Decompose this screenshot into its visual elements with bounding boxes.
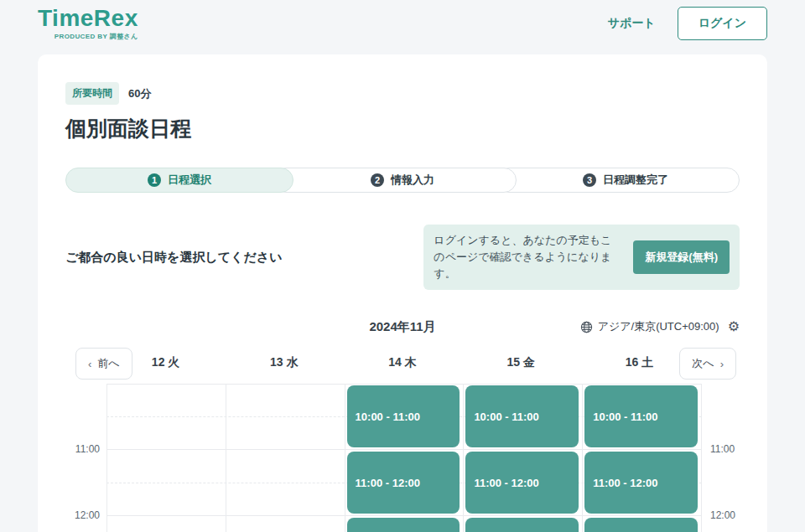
duration-badge: 所要時間 [65,82,119,105]
chevron-left-icon: ‹ [88,359,91,369]
time-slot-sat-1200[interactable]: 12:00 - 13:00 [584,518,698,532]
step-1-label: 日程選択 [168,173,211,188]
slot-label: 10:00 - 11:00 [474,411,570,423]
login-notice-box: ログインすると、あなたの予定もこのページで確認できるようになります。 新規登録(… [423,225,740,290]
step-bar: 1 日程選択 2 情報入力 3 日程調整完了 [65,168,740,193]
signup-button[interactable]: 新規登録(無料) [633,240,730,274]
login-button[interactable]: ログイン [678,7,767,40]
time-slot-sat-1000[interactable]: 10:00 - 11:00 [584,385,698,447]
login-notice-text: ログインすると、あなたの予定もこのページで確認できるようになります。 [434,232,621,282]
next-week-button[interactable]: 次へ › [679,348,736,380]
time-slot-sat-1100[interactable]: 11:00 - 12:00 [584,452,698,514]
main-card: 所要時間 60分 個別面談日程 1 日程選択 2 情報入力 3 日程調整完了 ご… [38,54,767,532]
calendar-header: 2024年11月 アジア/東京(UTC+09:00) ⚙ [65,312,740,343]
step-3-label: 日程調整完了 [603,173,668,188]
day-column-thu: 10:00 - 11:00 11:00 - 12:00 12:00 - 13:0… [345,384,465,532]
day-header-thu: 14 木 [343,355,461,370]
app-header: TimeRex PRODUCED BY 調整さん サポート ログイン [0,0,805,47]
timezone-area: アジア/東京(UTC+09:00) ⚙ [580,319,740,334]
day-column-wed [226,384,345,532]
next-label: 次へ [692,356,714,371]
selection-instruction: ご都合の良い日時を選択してください [65,250,283,266]
step-schedule-select[interactable]: 1 日程選択 [65,168,293,193]
timezone-label: アジア/東京(UTC+09:00) [598,319,719,334]
step-2-label: 情報入力 [391,173,434,188]
step-2-number-icon: 2 [371,173,384,187]
timerex-logo[interactable]: TimeRex PRODUCED BY 調整さん [38,7,138,41]
grid-columns: 10:00 - 11:00 11:00 - 12:00 12:00 - 13:0… [106,384,702,532]
step-complete[interactable]: 3 日程調整完了 [496,168,740,193]
time-slot-fri-1200[interactable]: 12:00 - 13:00 [465,518,579,532]
time-axis-label: 12:00 [702,509,740,521]
slot-label: 10:00 - 11:00 [593,411,689,423]
day-column-fri: 10:00 - 11:00 11:00 - 12:00 12:00 - 13:0… [464,384,583,532]
time-axis-label: 11:00 [65,443,100,455]
calendar: 2024年11月 アジア/東京(UTC+09:00) ⚙ 12 火 [65,312,740,532]
step-info-input[interactable]: 2 情報入力 [273,168,517,193]
day-header-fri: 15 金 [462,355,580,370]
slot-label: 11:00 - 12:00 [593,477,689,489]
month-title: 2024年11月 [369,319,435,335]
duration-value: 60分 [128,86,151,101]
day-header-wed: 13 水 [225,355,343,370]
prev-week-button[interactable]: ‹ 前へ [75,348,132,380]
logo-tagline: PRODUCED BY 調整さん [38,32,138,41]
time-slot-thu-1100[interactable]: 11:00 - 12:00 [347,452,460,514]
day-column-sat: 10:00 - 11:00 11:00 - 12:00 12:00 - 13:0… [583,384,702,532]
time-axis-label: 11:00 [702,443,740,455]
prev-label: 前へ [97,356,119,371]
selection-row: ご都合の良い日時を選択してください ログインすると、あなたの予定もこのページで確… [65,225,740,290]
day-column-tue [106,384,226,532]
globe-icon [580,321,593,333]
slot-label: 11:00 - 12:00 [474,477,570,489]
time-slot-thu-1000[interactable]: 10:00 - 11:00 [347,385,460,447]
page-title: 個別面談日程 [65,115,740,142]
header-nav: サポート ログイン [608,7,767,40]
time-slot-fri-1100[interactable]: 11:00 - 12:00 [465,452,579,514]
slot-label: 10:00 - 11:00 [356,411,452,423]
support-link[interactable]: サポート [608,16,656,31]
logo-text: TimeRex [38,7,138,30]
time-slot-fri-1000[interactable]: 10:00 - 11:00 [465,385,579,447]
slot-label: 11:00 - 12:00 [356,477,452,489]
step-3-number-icon: 3 [583,173,596,187]
chevron-right-icon: › [720,359,724,369]
time-axis-label: 12:00 [65,509,100,521]
time-slot-thu-1200[interactable]: 12:00 - 13:00 [347,518,460,532]
duration-row: 所要時間 60分 [65,82,740,105]
calendar-grid: 11:00 12:00 11:00 12:00 10:00 - 11:00 11… [106,384,702,532]
step-1-number-icon: 1 [148,173,161,187]
day-header-row: 12 火 13 水 14 木 15 金 16 土 [106,348,699,378]
calendar-nav-row: 12 火 13 水 14 木 15 金 16 土 ‹ 前へ 次へ › [65,348,740,378]
gear-icon[interactable]: ⚙ [728,320,740,333]
